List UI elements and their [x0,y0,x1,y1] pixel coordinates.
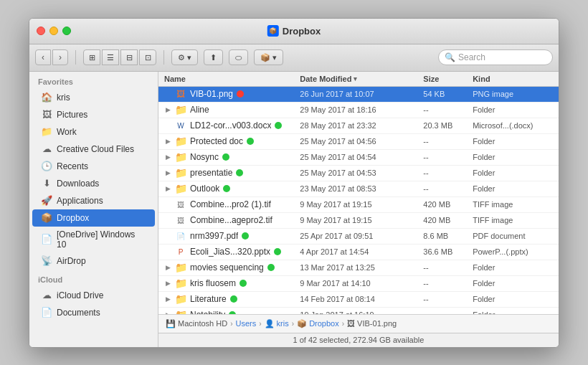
path-item-kris[interactable]: 👤 kris [265,319,289,328]
table-row[interactable]: P Ecoli_JiaS...320.pptx 4 Apr 2017 at 14… [158,245,559,260]
sidebar-item-applications[interactable]: 🚀 Applications [32,192,155,209]
back-button[interactable]: ‹ [35,49,51,65]
col-name-label: Name [164,75,186,83]
file-date: 25 Apr 2017 at 09:51 [300,232,423,240]
expand-arrow: ▶ [164,106,171,113]
sidebar-item-icloud-drive[interactable]: ☁ iCloud Drive [32,287,155,304]
sidebar-item-pictures[interactable]: 🖼 Pictures [32,106,155,123]
forward-button[interactable]: › [52,49,68,65]
file-kind: Folder [473,137,553,146]
no-status-dot [213,106,220,113]
path-item-users[interactable]: Users [235,319,256,328]
table-row[interactable]: ▶ 📁 presentatie 25 May 2017 at 04:53 -- … [158,166,559,181]
sidebar-item-label: kris [57,93,70,103]
file-name-cell: 🖼 VIB-01.png [164,88,300,100]
file-date: 9 May 2017 at 19:15 [300,200,423,209]
file-name: Literature [190,294,227,304]
col-size-header[interactable]: Size [423,75,473,83]
sidebar-item-label: Recents [57,161,88,171]
sidebar-item-creative-cloud[interactable]: ☁ Creative Cloud Files [32,141,155,158]
sync-status-dot [223,185,230,192]
tif-icon: 🖼 [175,199,186,210]
sidebar-item-work[interactable]: 📁 Work [32,123,155,141]
sidebar-item-kris[interactable]: 🏠 kris [32,89,155,106]
col-date-header[interactable]: Date Modified ▾ [300,75,423,83]
search-icon: 🔍 [445,52,455,62]
sidebar-item-label: iCloud Drive [57,290,103,300]
table-row[interactable]: ▶ 📁 Literature 14 Feb 2017 at 08:14 -- F… [158,292,559,308]
file-kind: PNG image [473,90,553,98]
search-placeholder: Search [458,52,485,62]
finder-window: 📦 Dropbox ‹ › ⊞ ☰ ⊟ ⊡ ⚙ ▾ ⬆ ⬭ 📦 ▾ [29,18,559,348]
table-row[interactable]: 📄 nrm3997.pdf 25 Apr 2017 at 09:51 8.6 M… [158,229,559,245]
table-row[interactable]: ▶ 📁 Nosync 25 May 2017 at 04:54 -- Folde… [158,150,559,166]
expand-arrow-placeholder [164,122,171,129]
expand-arrow: ▶ [164,169,171,176]
file-size: 8.6 MB [423,232,473,240]
list-view-button[interactable]: ☰ [102,49,119,65]
col-name-header[interactable]: Name [164,75,300,83]
sidebar-item-label: Dropbox [57,213,89,223]
sidebar-item-recents[interactable]: 🕒 Recents [32,158,155,175]
expand-arrow: ▶ [164,264,171,271]
sidebar-item-label: Pictures [57,110,87,120]
column-view-button[interactable]: ⊟ [120,49,138,65]
sidebar-item-airdrop[interactable]: 📡 AirDrop [32,252,155,270]
sidebar-item-dropbox[interactable]: 📦 Dropbox [32,209,155,227]
sidebar-item-onedrive[interactable]: 📄 [OneDrive] Windows 10 [32,227,155,252]
sync-status-dot [240,280,247,287]
action-button[interactable]: ⚙ ▾ [171,49,198,65]
share-button[interactable]: ⬆ [204,49,223,65]
sync-status-dot [275,122,282,129]
path-item-dropbox[interactable]: 📦 Dropbox [297,319,339,328]
tif-icon: 🖼 [175,214,186,226]
tag-button[interactable]: ⬭ [229,49,248,65]
sync-status-dot [236,169,243,176]
close-button[interactable] [37,27,45,35]
sidebar-item-label: AirDrop [57,256,86,266]
creative-cloud-icon: ☁ [41,143,52,155]
table-row[interactable]: ▶ 📁 Outlook 23 May 2017 at 08:53 -- Fold… [158,181,559,197]
sidebar-item-label: Work [57,127,77,137]
file-kind: Microsof...(.docx) [473,121,553,130]
sidebar-item-label: [OneDrive] Windows 10 [57,229,146,250]
toolbar: ‹ › ⊞ ☰ ⊟ ⊡ ⚙ ▾ ⬆ ⬭ 📦 ▾ 🔍 Search [29,44,559,72]
gallery-view-button[interactable]: ⊡ [139,49,156,65]
file-kind: Folder [473,169,553,177]
table-row[interactable]: ▶ 📁 Protected doc 25 May 2017 at 04:56 -… [158,134,559,150]
downloads-icon: ⬇ [41,178,52,189]
col-kind-header[interactable]: Kind [473,75,553,83]
pptx-icon: P [175,246,186,257]
dropbox-toolbar-icon: 📦 [260,53,270,62]
pdf-icon: 📄 [175,230,186,242]
airdrop-icon: 📡 [41,255,52,267]
sidebar-item-label: Applications [57,196,103,206]
table-row[interactable]: 🖼 VIB-01.png 26 Jun 2017 at 10:07 54 KB … [158,87,559,103]
table-row[interactable]: ▶ 📁 movies sequencing 13 Mar 2017 at 13:… [158,260,559,276]
minimize-button[interactable] [49,27,58,35]
table-row[interactable]: 🖼 Combine...pro2 (1).tif 9 May 2017 at 1… [158,197,559,213]
dropbox-action-button[interactable]: 📦 ▾ [254,49,283,65]
gear-icon: ⚙ [178,53,185,62]
path-item-hd[interactable]: 💾 Macintosh HD [166,319,227,328]
file-name: Protected doc [190,136,243,146]
file-name: Combine...agepro2.tif [190,215,272,225]
sidebar-item-downloads[interactable]: ⬇ Downloads [32,175,155,192]
tag-icon: ⬭ [235,53,242,62]
table-row[interactable]: ▶ 📁 kris fluosem 9 Mar 2017 at 14:10 -- … [158,276,559,292]
table-row[interactable]: W LD12-cor...v003.docx 28 May 2017 at 23… [158,118,559,134]
sidebar-item-documents[interactable]: 📄 Documents [32,304,155,321]
pathbar: 💾 Macintosh HD › Users › 👤 kris › 📦 Drop… [158,314,559,333]
file-size: -- [423,184,473,193]
table-row[interactable]: ▶ 📁 Aline 29 May 2017 at 18:16 -- Folder [158,103,559,118]
table-row[interactable]: 🖼 Combine...agepro2.tif 9 May 2017 at 19… [158,213,559,229]
search-box[interactable]: 🔍 Search [438,49,553,65]
file-date: 9 May 2017 at 19:15 [300,216,423,224]
col-size-label: Size [423,75,439,83]
maximize-button[interactable] [62,27,71,35]
table-row[interactable]: ▶ 📁 Notability 19 Jan 2017 at 16:19 -- F… [158,308,559,314]
file-name: kris fluosem [190,278,236,288]
sidebar-item-label: Downloads [57,179,99,189]
folder-icon: 📁 [175,167,186,179]
icon-view-button[interactable]: ⊞ [83,49,100,65]
